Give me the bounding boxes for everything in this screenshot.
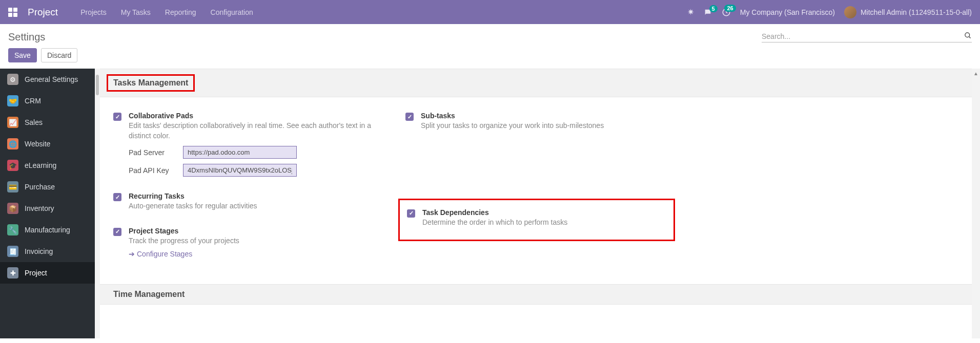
checkbox-project-stages[interactable] xyxy=(113,228,121,236)
sidebar-item-label: Manufacturing xyxy=(25,226,70,234)
box-icon: 📦 xyxy=(7,203,18,214)
invoice-icon: 🧾 xyxy=(7,246,18,257)
setting-title: Sub-tasks xyxy=(421,112,668,120)
search-input[interactable] xyxy=(762,32,961,40)
sidebar-item-website[interactable]: 🌐 Website xyxy=(0,133,95,155)
sidebar-item-invoicing[interactable]: 🧾 Invoicing xyxy=(0,241,95,262)
col-left: Collaborative Pads Edit tasks' descripti… xyxy=(106,108,383,270)
card-icon: 💳 xyxy=(7,181,18,192)
company-selector[interactable]: My Company (San Francisco) xyxy=(740,8,835,16)
main: ⚙ General Settings 🤝 CRM 📈 Sales 🌐 Websi… xyxy=(0,69,980,338)
sidebar-item-label: Sales xyxy=(25,118,43,126)
checkbox-subtasks[interactable] xyxy=(405,113,414,121)
user-name: Mitchell Admin (11249511-15-0-all) xyxy=(861,8,972,16)
setting-title: Collaborative Pads xyxy=(129,112,376,120)
setting-title: Recurring Tasks xyxy=(129,192,376,200)
sidebar-item-label: Invoicing xyxy=(25,247,53,255)
pad-server-input[interactable] xyxy=(183,146,297,159)
gear-icon: ⚙ xyxy=(7,74,18,85)
sidebar-item-label: Inventory xyxy=(25,204,54,212)
setting-collaborative-pads: Collaborative Pads Edit tasks' descripti… xyxy=(106,108,383,181)
navbar-right: ✷ 5 26 My Company (San Francisco) Mitche… xyxy=(687,6,972,18)
tasks-settings-grid: Collaborative Pads Edit tasks' descripti… xyxy=(100,97,980,284)
wrench-icon: 🔧 xyxy=(7,224,18,235)
tasks-icon: ✚ xyxy=(7,267,18,278)
arrow-right-icon: ➔ xyxy=(129,250,135,258)
nav-link-configuration[interactable]: Configuration xyxy=(211,8,253,16)
setting-body: Recurring Tasks Auto-generate tasks for … xyxy=(129,192,376,211)
setting-desc: Edit tasks' description collaboratively … xyxy=(129,121,376,141)
navbar-left: Project Projects My Tasks Reporting Conf… xyxy=(8,7,253,18)
col-right: Sub-tasks Split your tasks to organize y… xyxy=(398,108,675,270)
sidebar-scrollbar[interactable] xyxy=(95,69,100,338)
avatar xyxy=(844,6,856,18)
pad-api-row: Pad API Key xyxy=(129,164,376,177)
highlight-tasks-management: Tasks Management xyxy=(107,74,195,92)
sidebar-item-label: Project xyxy=(25,269,47,277)
search-icon[interactable] xyxy=(964,32,972,41)
setting-body: Sub-tasks Split your tasks to organize y… xyxy=(421,112,668,131)
sidebar-item-purchase[interactable]: 💳 Purchase xyxy=(0,176,95,198)
sidebar-item-crm[interactable]: 🤝 CRM xyxy=(0,90,95,112)
sidebar-item-inventory[interactable]: 📦 Inventory xyxy=(0,198,95,219)
section-header-tasks: Tasks Management xyxy=(100,69,980,97)
setting-desc: Auto-generate tasks for regular activiti… xyxy=(129,201,376,211)
handshake-icon: 🤝 xyxy=(7,95,18,106)
setting-body: Collaborative Pads Edit tasks' descripti… xyxy=(129,112,376,177)
section-title-tasks: Tasks Management xyxy=(113,78,188,88)
setting-title: Project Stages xyxy=(129,227,376,235)
save-button[interactable]: Save xyxy=(8,48,37,62)
svg-line-2 xyxy=(969,36,970,38)
pad-server-label: Pad Server xyxy=(129,148,178,157)
activity-badge: 26 xyxy=(724,5,736,12)
sidebar-item-general[interactable]: ⚙ General Settings xyxy=(0,69,95,90)
debug-icon[interactable]: ✷ xyxy=(687,7,694,17)
search-box[interactable] xyxy=(762,32,972,42)
app-brand[interactable]: Project xyxy=(28,7,58,18)
checkbox-recurring-tasks[interactable] xyxy=(113,193,121,201)
globe-icon: 🌐 xyxy=(7,138,18,149)
sidebar-item-label: CRM xyxy=(25,97,41,105)
checkbox-task-dependencies[interactable] xyxy=(407,209,415,218)
nav-link-projects[interactable]: Projects xyxy=(80,8,107,16)
sidebar-item-manufacturing[interactable]: 🔧 Manufacturing xyxy=(0,219,95,241)
sidebar-item-project[interactable]: ✚ Project xyxy=(0,262,95,284)
nav-links: Projects My Tasks Reporting Configuratio… xyxy=(80,8,253,16)
action-bar: Save Discard xyxy=(0,48,980,69)
setting-recurring-tasks: Recurring Tasks Auto-generate tasks for … xyxy=(106,188,383,216)
setting-subtasks: Sub-tasks Split your tasks to organize y… xyxy=(398,108,675,135)
nav-link-reporting[interactable]: Reporting xyxy=(165,8,196,16)
toolbar: Settings xyxy=(0,24,980,48)
svg-point-1 xyxy=(965,33,970,37)
settings-content: Tasks Management Collaborative Pads Edit… xyxy=(100,69,980,338)
activity-icon[interactable]: 26 xyxy=(722,8,731,17)
checkbox-collaborative-pads[interactable] xyxy=(113,113,121,121)
sidebar-item-sales[interactable]: 📈 Sales xyxy=(0,112,95,133)
setting-body: Task Dependencies Determine the order in… xyxy=(422,208,666,228)
messages-icon[interactable]: 5 xyxy=(703,8,712,16)
setting-desc: Split your tasks to organize your work i… xyxy=(421,121,668,131)
graduation-icon: 🎓 xyxy=(7,160,18,171)
sidebar-item-label: Purchase xyxy=(25,183,55,191)
setting-desc: Track the progress of your projects xyxy=(129,236,376,246)
messages-badge: 5 xyxy=(709,5,718,12)
user-menu[interactable]: Mitchell Admin (11249511-15-0-all) xyxy=(844,6,972,18)
configure-stages-link[interactable]: ➔ Configure Stages xyxy=(129,250,192,258)
chart-icon: 📈 xyxy=(7,117,18,128)
apps-icon[interactable] xyxy=(8,8,17,17)
sidebar-item-elearning[interactable]: 🎓 eLearning xyxy=(0,155,95,176)
settings-sidebar: ⚙ General Settings 🤝 CRM 📈 Sales 🌐 Websi… xyxy=(0,69,95,338)
section-header-time: Time Management xyxy=(100,284,980,305)
scroll-up-icon[interactable]: ▲ xyxy=(973,71,978,76)
pad-api-input[interactable] xyxy=(183,164,297,177)
nav-link-mytasks[interactable]: My Tasks xyxy=(121,8,151,16)
setting-project-stages: Project Stages Track the progress of you… xyxy=(106,223,383,263)
setting-title: Task Dependencies xyxy=(422,208,666,217)
discard-button[interactable]: Discard xyxy=(41,48,77,62)
setting-desc: Determine the order in which to perform … xyxy=(422,218,666,228)
configure-stages-label: Configure Stages xyxy=(137,250,192,258)
scroll-thumb[interactable] xyxy=(96,75,99,95)
content-scrollbar[interactable]: ▲ xyxy=(972,69,980,338)
setting-task-dependencies: Task Dependencies Determine the order in… xyxy=(398,199,675,242)
sidebar-item-label: Website xyxy=(25,140,50,148)
